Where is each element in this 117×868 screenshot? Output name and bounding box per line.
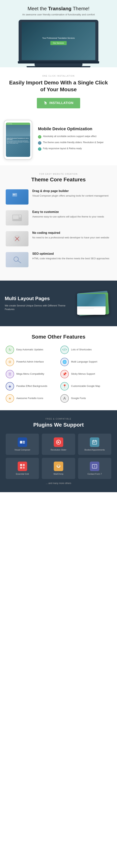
- phone-screen: Translang Order Professional Translation…: [6, 123, 30, 157]
- features-grid: ↻ Easy Automatic Updates </> Lots of Sho…: [6, 346, 111, 403]
- mobile-feature-2: ✓ The theme uses mobile friendly sliders…: [38, 141, 113, 145]
- feature-icon-3: ⚙: [6, 358, 14, 366]
- feature-icon-2: </>: [61, 346, 69, 354]
- phone-frame: Translang Order Professional Translation…: [4, 120, 32, 160]
- svg-rect-21: [93, 442, 94, 443]
- other-feature-label-8: Customizable Google Map: [71, 384, 100, 388]
- feature-img-inner-4: [6, 252, 29, 267]
- phone-mockup: Translang Order Professional Translation…: [4, 120, 34, 160]
- plugin-cf7: 7 Contact Form 7: [78, 458, 111, 479]
- feature-desc-3: No need to be a professional web develop…: [32, 236, 109, 240]
- feature-text-2: Easy to customize Awesome easy-to-use op…: [32, 210, 104, 219]
- core-features-label: FOR EASY WEBSITE CREATION: [6, 173, 111, 175]
- svg-point-32: [59, 465, 59, 466]
- plugin-essential-grid: Essential Grid: [6, 458, 39, 479]
- plugin-rev-icon: [54, 437, 63, 447]
- other-feature-label-4: Multi Language Support: [71, 360, 97, 364]
- cf7-logo: 7: [92, 463, 98, 469]
- rev-logo: [56, 439, 61, 445]
- other-feature-7: ◈ Parallax Effect Backgrounds: [6, 382, 56, 391]
- feature-desc-4: HTML code integrated into the theme meet…: [32, 257, 109, 260]
- no-coding-illustration: [11, 234, 23, 244]
- mailchimp-logo: [56, 463, 61, 469]
- phone-header-bar: Translang: [6, 123, 30, 125]
- install-icon: 🖱: [43, 101, 47, 105]
- feature-img-3: [6, 231, 29, 246]
- mobile-feature-text-2: The theme uses mobile friendly sliders: …: [43, 141, 104, 144]
- feature-desc-1: Visual Composer plugin offers amazing to…: [32, 194, 109, 198]
- svg-rect-6: [19, 215, 21, 217]
- multi-layout-text: Multi Layout Pages We create Several Uni…: [5, 296, 71, 311]
- plugins-grid: Visual Composer Revolution Slider: [6, 434, 111, 479]
- mobile-feature-text-3: Fully responsive layout & Retina ready: [43, 147, 82, 150]
- feature-dot-1: ✓: [38, 135, 41, 138]
- header-title-prefix: Meet the: [28, 6, 48, 11]
- other-features-heading: Some Other Features: [6, 334, 111, 340]
- header-subtitle: An awesome user friendly combination of …: [4, 13, 113, 16]
- feature-text-4: SEO optimized HTML code integrated into …: [32, 252, 109, 260]
- feature-img-inner-3: [6, 231, 29, 246]
- plugins-note: ... and many more others: [6, 482, 111, 485]
- other-feature-8: 📍 Customizable Google Map: [61, 382, 111, 391]
- other-feature-5: ☰ Mega Menu Compatibility: [6, 370, 56, 378]
- feature-text-3: No coding required No need to be a profe…: [32, 231, 109, 240]
- install-button[interactable]: 🖱 INSTALLATION: [37, 98, 80, 108]
- feature-title-4: SEO optimized: [32, 252, 109, 255]
- plugin-cf7-name: Contact Form 7: [87, 473, 102, 475]
- other-feature-label-9: Awesome Fontello Icons: [16, 397, 43, 400]
- feature-row-4: SEO optimized HTML code integrated into …: [6, 252, 111, 267]
- svg-rect-25: [20, 467, 22, 469]
- other-feature-label-10: Google Fonts: [71, 397, 86, 400]
- one-click-label: ONE CLICK INSTALLATION: [8, 75, 109, 77]
- customize-illustration: [11, 213, 23, 223]
- svg-rect-14: [23, 441, 25, 442]
- feature-icon-7: ◈: [6, 382, 14, 391]
- svg-rect-24: [23, 464, 25, 466]
- other-feature-label-7: Parallax Effect Backgrounds: [16, 384, 47, 388]
- screen-content: Your Professional Translation Services O…: [42, 37, 75, 45]
- drag-drop-illustration: [11, 192, 23, 202]
- mobile-feature-3: ✓ Fully responsive layout & Retina ready: [38, 147, 113, 151]
- feature-img-inner-1: [6, 189, 29, 205]
- feature-desc-2: Awesome easy-to-use options will adjust …: [32, 215, 104, 219]
- feature-img-2: [6, 210, 29, 225]
- other-feature-4: 🌐 Multi Language Support: [61, 358, 111, 366]
- laptop-screen: Your Professional Translation Services O…: [22, 22, 95, 60]
- other-feature-label-2: Lots of Shortcodes: [71, 348, 91, 351]
- other-feature-1: ↻ Easy Automatic Updates: [6, 346, 56, 354]
- svg-rect-7: [19, 217, 21, 218]
- plugin-booked-icon: [90, 437, 99, 447]
- one-click-heading: Easily Import Demo With a Single Click o…: [8, 79, 109, 93]
- feature-img-inner-2: [6, 210, 29, 225]
- plugins-section: FREE & COMPATIBLE Plugins We Support Vis…: [0, 410, 117, 492]
- other-feature-label-1: Easy Automatic Updates: [16, 348, 43, 351]
- feature-icon-5: ☰: [6, 370, 14, 378]
- plugin-revolution-slider: Revolution Slider: [42, 434, 75, 455]
- screen-cta: Our Services: [50, 41, 67, 45]
- svg-rect-26: [23, 467, 25, 469]
- mockup-line-2: [78, 308, 94, 309]
- svg-rect-3: [15, 195, 16, 195]
- multi-layout-mockups: [74, 288, 112, 319]
- svg-text:7: 7: [94, 465, 95, 468]
- feature-row-3: No coding required No need to be a profe…: [6, 231, 111, 246]
- header-brand: Translang: [48, 6, 71, 11]
- laptop-stand: [35, 63, 82, 66]
- seo-illustration: [11, 255, 23, 265]
- feature-title-1: Drag & drop page builder: [32, 189, 109, 193]
- svg-rect-15: [23, 442, 25, 443]
- other-feature-label-5: Mega Menu Compatibility: [16, 372, 44, 376]
- svg-rect-5: [13, 215, 18, 219]
- svg-rect-13: [20, 441, 22, 443]
- feature-icon-1: ↻: [6, 346, 14, 354]
- laptop-base: [18, 61, 99, 63]
- svg-rect-23: [20, 464, 22, 466]
- plugin-booked-name: Booked Appointments: [84, 448, 105, 451]
- plugin-mailchimp-name: MailChimp: [53, 473, 64, 475]
- header-section: Meet the Translang Theme! An awesome use…: [0, 0, 117, 67]
- phone-screen-title: Order Professional Translations in Just …: [7, 137, 30, 140]
- mockup-stack: [74, 288, 112, 319]
- vc-logo: [20, 439, 25, 445]
- multi-layout-desc: We create Several Unique Demos with Diff…: [5, 304, 71, 311]
- mobile-heading: Mobile Device Optimization: [38, 126, 113, 131]
